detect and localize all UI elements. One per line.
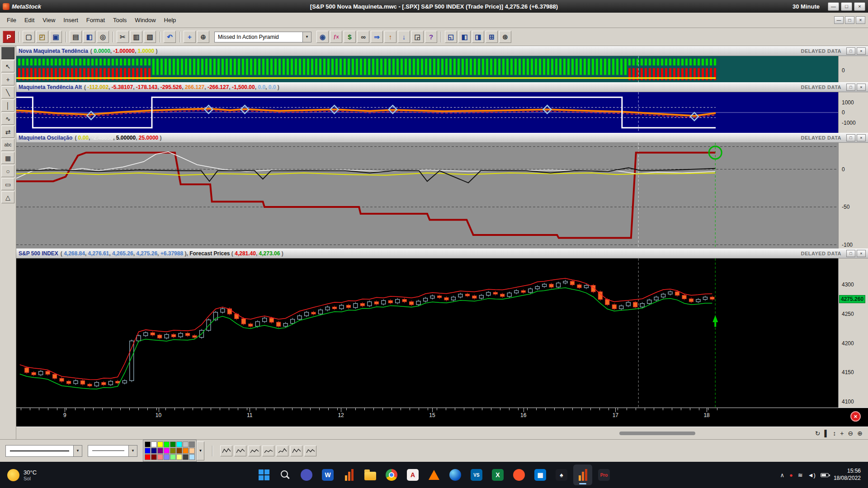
print-button[interactable]: ▤ bbox=[70, 31, 82, 43]
taskbar-app-vlc[interactable] bbox=[425, 465, 443, 485]
taskbar-app-start[interactable] bbox=[255, 465, 274, 485]
arrange-windows-button[interactable]: ⊞ bbox=[486, 31, 498, 43]
palette-color[interactable] bbox=[183, 454, 189, 460]
chart-line-style-button[interactable] bbox=[234, 446, 246, 456]
chart-line-style-button[interactable] bbox=[304, 446, 316, 456]
weather-widget[interactable]: 30°C Sol bbox=[0, 469, 44, 481]
scroll-arrows-tool[interactable]: ⇄ bbox=[1, 126, 14, 138]
menu-edit[interactable]: Edit bbox=[20, 14, 38, 26]
paste-button[interactable]: ▧ bbox=[144, 31, 156, 43]
menu-insert[interactable]: Insert bbox=[59, 14, 82, 26]
taskbar-app-vscode[interactable]: VS bbox=[467, 465, 486, 485]
taskbar-app-chrome[interactable] bbox=[382, 465, 401, 485]
panel-close-button[interactable]: × bbox=[857, 250, 866, 257]
downloader-button[interactable]: ↓ bbox=[398, 31, 410, 43]
trendline-tool[interactable]: ╲ bbox=[1, 86, 14, 99]
palette-color[interactable] bbox=[157, 448, 163, 454]
taskbar-app-word[interactable]: W bbox=[318, 465, 337, 485]
tray-chevron-icon[interactable]: ∧ bbox=[780, 472, 784, 479]
palette-color[interactable] bbox=[164, 441, 170, 447]
indicator-builder-button[interactable]: ƒx bbox=[330, 31, 342, 43]
grid-tool[interactable]: ▦ bbox=[1, 152, 14, 164]
mdi-minimize-button[interactable]: — bbox=[834, 16, 844, 24]
palette-color[interactable] bbox=[183, 441, 189, 447]
taskbar-app-edge[interactable] bbox=[446, 465, 465, 485]
zoom-in-button[interactable]: ⊕ bbox=[197, 31, 209, 43]
palette-color[interactable] bbox=[145, 441, 151, 447]
taskbar-app-teams[interactable] bbox=[297, 465, 316, 485]
zoom-out-icon[interactable]: ⊖ bbox=[848, 430, 854, 437]
new-chart-button[interactable]: ▢ bbox=[23, 31, 35, 43]
taskbar-app-acrobat[interactable]: A bbox=[403, 465, 422, 485]
mdi-close-button[interactable]: × bbox=[856, 16, 865, 24]
new-window-button[interactable]: ◱ bbox=[445, 31, 457, 43]
settings-button[interactable]: ⊛ bbox=[499, 31, 511, 43]
palette-color[interactable] bbox=[151, 448, 157, 454]
open-chart-button[interactable]: ◰ bbox=[36, 31, 48, 43]
taskbar-app-search[interactable] bbox=[276, 465, 295, 485]
menu-help[interactable]: Help bbox=[160, 14, 180, 26]
context-help-button[interactable]: ? bbox=[425, 31, 437, 43]
panel-close-button[interactable]: × bbox=[857, 47, 866, 55]
panel-maximize-button[interactable]: □ bbox=[846, 134, 855, 141]
chart-line-style-button[interactable] bbox=[220, 446, 232, 456]
palette-color[interactable] bbox=[170, 441, 176, 447]
palette-color[interactable] bbox=[170, 448, 176, 454]
alert-close-icon[interactable]: × bbox=[850, 411, 861, 422]
pan-icon[interactable]: + bbox=[840, 430, 844, 437]
vertical-line-tool[interactable]: │ bbox=[1, 99, 14, 112]
taskbar-app-metastock-pro[interactable]: Pro bbox=[594, 465, 613, 485]
taskbar-app-brave[interactable] bbox=[509, 465, 528, 485]
line-weight-dropdown[interactable]: ▼ bbox=[88, 445, 137, 457]
palette-color[interactable] bbox=[189, 448, 195, 454]
copy-button[interactable]: ▥ bbox=[130, 31, 142, 43]
tile-horizontal-button[interactable]: ◨ bbox=[472, 31, 484, 43]
menu-file[interactable]: File bbox=[3, 14, 20, 26]
panel4-chart[interactable] bbox=[16, 258, 838, 408]
scrollbar-thumb[interactable] bbox=[619, 432, 695, 435]
panel-maximize-button[interactable]: □ bbox=[846, 250, 855, 257]
zoom-in-icon[interactable]: ⊕ bbox=[857, 430, 863, 437]
chart-line-style-button[interactable] bbox=[248, 446, 260, 456]
panel-maximize-button[interactable]: □ bbox=[846, 84, 855, 91]
refresh-icon[interactable]: ↻ bbox=[815, 430, 821, 437]
cut-button[interactable]: ✂ bbox=[117, 31, 129, 43]
panel-handle-tool[interactable] bbox=[1, 47, 14, 59]
panel-close-button[interactable]: × bbox=[857, 84, 866, 91]
panel-close-button[interactable]: × bbox=[857, 134, 866, 141]
menu-window[interactable]: Window bbox=[131, 14, 160, 26]
explorer-button[interactable]: ◉ bbox=[316, 31, 329, 43]
palette-color[interactable] bbox=[189, 454, 195, 460]
maximize-button[interactable]: □ bbox=[841, 2, 852, 11]
palette-color[interactable] bbox=[157, 454, 163, 460]
page-setup-button[interactable]: ◧ bbox=[83, 31, 95, 43]
panel3-chart[interactable] bbox=[16, 143, 838, 249]
horizontal-scrollbar[interactable] bbox=[16, 427, 810, 439]
chart-line-style-button[interactable] bbox=[262, 446, 274, 456]
zigzag-tool[interactable]: ∿ bbox=[1, 113, 14, 125]
palette-color[interactable] bbox=[189, 441, 195, 447]
rectangle-tool[interactable]: ▭ bbox=[1, 178, 14, 190]
fit-vertical-icon[interactable]: ↕ bbox=[833, 430, 836, 437]
battery-icon[interactable] bbox=[821, 473, 829, 477]
tile-vertical-button[interactable]: ◧ bbox=[458, 31, 471, 43]
palette-color[interactable] bbox=[145, 448, 151, 454]
text-tool[interactable]: abc bbox=[1, 139, 14, 151]
palette-dropdown-button[interactable]: ▼ bbox=[197, 441, 204, 460]
volume-icon[interactable]: ◄) bbox=[808, 472, 816, 479]
palette-color[interactable] bbox=[170, 454, 176, 460]
palette-color[interactable] bbox=[176, 441, 182, 447]
pointer-tool[interactable]: ↖ bbox=[1, 60, 14, 72]
menu-tools[interactable]: Tools bbox=[109, 14, 131, 26]
wifi-icon[interactable]: ≋ bbox=[798, 472, 803, 479]
upload-button[interactable]: ↑ bbox=[384, 31, 396, 43]
divider-icon[interactable]: ▌ bbox=[824, 430, 829, 437]
palette-color[interactable] bbox=[183, 448, 189, 454]
taskbar-app-metastock-downloader[interactable] bbox=[340, 465, 359, 485]
line-style-dropdown[interactable]: ▼ bbox=[5, 445, 82, 457]
palette-color[interactable] bbox=[176, 448, 182, 454]
menu-view[interactable]: View bbox=[38, 14, 59, 26]
panel1-chart[interactable] bbox=[16, 56, 838, 82]
taskbar-clock[interactable]: 15:56 18/08/2022 bbox=[834, 468, 861, 482]
chart-line-style-button[interactable] bbox=[290, 446, 302, 456]
